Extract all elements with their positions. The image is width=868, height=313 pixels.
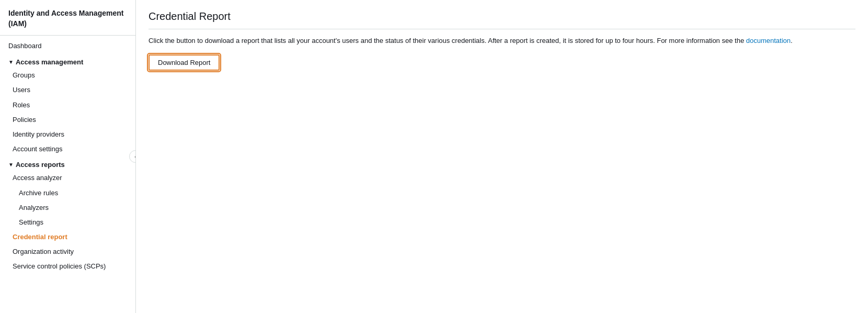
- sidebar-item-access-analyzer[interactable]: Access analyzer: [0, 171, 135, 185]
- sidebar-section-access-management-label: Access management: [16, 58, 83, 66]
- sidebar-item-identity-providers[interactable]: Identity providers: [0, 127, 135, 142]
- main-content: Credential Report Click the button to do…: [136, 0, 868, 313]
- sidebar-item-users[interactable]: Users: [0, 83, 135, 97]
- sidebar-item-credential-report[interactable]: Credential report: [0, 230, 135, 244]
- sidebar-item-account-settings[interactable]: Account settings: [0, 142, 135, 156]
- sidebar-section-access-reports-label: Access reports: [16, 161, 65, 169]
- sidebar-item-groups[interactable]: Groups: [0, 68, 135, 83]
- chevron-down-icon: ▼: [8, 59, 14, 65]
- sidebar-item-dashboard[interactable]: Dashboard: [0, 36, 135, 54]
- page-title: Credential Report: [149, 10, 855, 29]
- sidebar-item-organization-activity[interactable]: Organization activity: [0, 244, 135, 259]
- sidebar-section-access-reports[interactable]: ▼ Access reports: [0, 156, 135, 171]
- sidebar-section-access-management[interactable]: ▼ Access management: [0, 54, 135, 68]
- sidebar-item-archive-rules[interactable]: Archive rules: [0, 186, 135, 200]
- chevron-down-icon-2: ▼: [8, 162, 14, 167]
- page-description: Click the button to download a report th…: [149, 36, 855, 46]
- sidebar-title: Identity and Access Management (IAM): [0, 0, 135, 36]
- sidebar-item-service-control-policies[interactable]: Service control policies (SCPs): [0, 259, 135, 274]
- sidebar-item-analyzers[interactable]: Analyzers: [0, 200, 135, 215]
- documentation-link[interactable]: documentation: [746, 37, 791, 44]
- download-report-button[interactable]: Download Report: [149, 54, 220, 71]
- sidebar-item-settings[interactable]: Settings: [0, 215, 135, 230]
- description-text: Click the button to download a report th…: [149, 37, 744, 44]
- sidebar-item-roles[interactable]: Roles: [0, 98, 135, 113]
- sidebar: Identity and Access Management (IAM) Das…: [0, 0, 136, 313]
- sidebar-item-policies[interactable]: Policies: [0, 113, 135, 127]
